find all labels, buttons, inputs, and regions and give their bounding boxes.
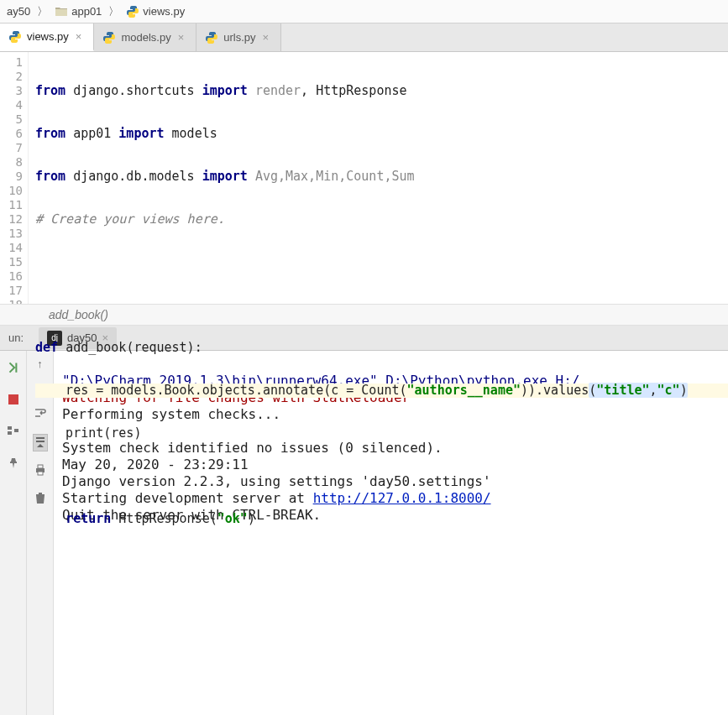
close-icon[interactable]: × <box>178 31 185 44</box>
layout-button[interactable] <box>3 421 24 441</box>
svg-rect-2 <box>8 431 12 435</box>
run-label: un: <box>3 331 29 344</box>
tab-models[interactable]: models.py × <box>94 23 196 51</box>
line-number: 2 <box>0 70 23 84</box>
python-file-icon <box>205 31 218 44</box>
line-number: 9 <box>0 170 23 184</box>
code-area[interactable]: from django.shortcuts import render, Htt… <box>29 52 728 304</box>
editor-tabs: views.py × models.py × urls.py × <box>0 23 728 52</box>
pin-button[interactable] <box>3 453 24 473</box>
python-file-icon <box>126 5 139 18</box>
line-number: 15 <box>0 255 23 269</box>
code-editor[interactable]: 12345678910111213141516171819 from djang… <box>0 52 728 304</box>
line-number: 7 <box>0 141 23 155</box>
close-icon[interactable]: × <box>76 30 82 43</box>
breadcrumb-item-app[interactable]: app01 <box>51 5 105 18</box>
line-number: 13 <box>0 227 23 241</box>
breadcrumb-label: ay50 <box>7 5 30 18</box>
line-number: 14 <box>0 241 23 255</box>
line-number: 12 <box>0 212 23 227</box>
tab-views[interactable]: views.py × <box>0 23 94 51</box>
line-number: 8 <box>0 155 23 170</box>
python-file-icon <box>102 31 116 44</box>
breadcrumb-item-project[interactable]: ay50 <box>3 5 34 18</box>
svg-rect-0 <box>8 394 18 404</box>
svg-rect-1 <box>8 426 12 430</box>
current-line: res = models.Book.objects.annotate(c = C… <box>35 384 728 398</box>
stop-button[interactable] <box>3 389 24 410</box>
tab-urls[interactable]: urls.py × <box>196 23 281 51</box>
line-number: 6 <box>0 127 23 141</box>
line-number: 17 <box>0 284 23 298</box>
line-number: 3 <box>0 84 23 98</box>
line-number: 1 <box>0 55 23 70</box>
svg-rect-3 <box>14 429 18 432</box>
tab-label: models.py <box>121 31 170 44</box>
line-number: 5 <box>0 112 23 127</box>
tab-label: urls.py <box>223 31 255 44</box>
line-number: 4 <box>0 98 23 112</box>
line-number: 16 <box>0 269 23 284</box>
python-file-icon <box>8 30 22 44</box>
close-icon[interactable]: × <box>263 31 270 44</box>
rerun-button[interactable] <box>3 358 24 378</box>
chevron-right-icon: 〉 <box>37 4 48 19</box>
line-number: 10 <box>0 184 23 198</box>
breadcrumb-label: app01 <box>71 5 102 18</box>
tab-label: views.py <box>27 30 69 43</box>
folder-icon <box>55 5 68 18</box>
line-gutter: 12345678910111213141516171819 <box>0 52 29 304</box>
chevron-right-icon: 〉 <box>108 4 119 19</box>
run-toolbar-left <box>0 351 27 715</box>
breadcrumb-item-file[interactable]: views.py <box>123 5 188 18</box>
breadcrumb-label: views.py <box>143 5 185 18</box>
line-number: 11 <box>0 198 23 212</box>
breadcrumb-bar: ay50 〉 app01 〉 views.py <box>0 0 728 23</box>
